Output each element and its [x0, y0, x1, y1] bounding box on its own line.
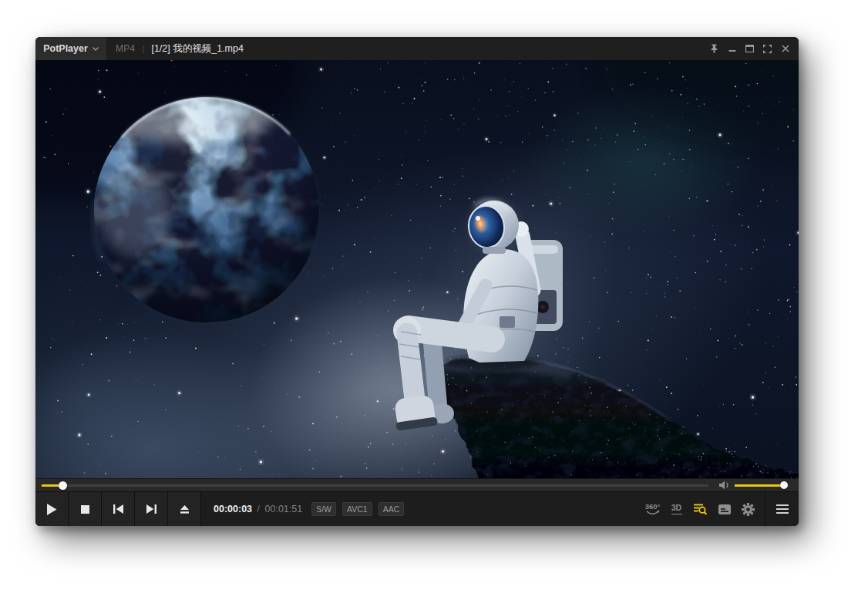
play-icon [47, 504, 57, 515]
seek-row [35, 478, 799, 491]
fullscreen-button[interactable] [759, 37, 776, 60]
video-codec-badge: AVC1 [342, 502, 372, 516]
fullscreen-icon [763, 45, 772, 53]
settings-button[interactable] [736, 492, 760, 527]
app-menu-button[interactable]: PotPlayer [35, 37, 106, 60]
hamburger-icon [776, 504, 789, 506]
view-360-label: 360° [645, 503, 661, 511]
volume-level [735, 484, 784, 487]
video-frame [35, 60, 799, 478]
seek-bar[interactable] [42, 479, 708, 492]
chevron-down-icon [93, 47, 99, 51]
next-icon [146, 504, 156, 514]
potplayer-window: PotPlayer MP4 | [1/2] 我的视频_1.mp4 [35, 37, 799, 526]
play-button[interactable] [35, 492, 69, 527]
maximize-icon [745, 45, 754, 52]
subtitle-icon [718, 504, 731, 514]
eject-button[interactable] [168, 492, 201, 527]
audio-codec-badge: AAC [378, 502, 405, 516]
app-name: PotPlayer [43, 43, 88, 54]
previous-button[interactable] [102, 492, 135, 527]
playlist-search-icon [694, 504, 707, 515]
window-controls [705, 37, 799, 60]
pin-icon [710, 44, 718, 53]
stop-icon [81, 505, 89, 514]
current-time: 00:00:03 [214, 504, 252, 514]
close-icon [782, 45, 789, 52]
view-3d-button[interactable]: 3D [664, 492, 688, 527]
seek-handle[interactable] [59, 481, 67, 490]
menu-button[interactable] [765, 492, 799, 527]
time-separator: / [257, 504, 260, 514]
minimize-icon [728, 45, 736, 52]
gear-icon [742, 503, 755, 516]
total-time: 00:01:51 [265, 504, 303, 514]
previous-icon [113, 504, 123, 514]
control-bar: 00:00:03 / 00:01:51 S/W AVC1 AAC 360° 3D [35, 491, 799, 526]
volume-icon[interactable] [719, 481, 730, 490]
desktop-background: PotPlayer MP4 | [1/2] 我的视频_1.mp4 [0, 0, 868, 597]
next-button[interactable] [135, 492, 168, 527]
playlist-search-button[interactable] [688, 492, 712, 527]
seek-track[interactable] [42, 484, 708, 487]
transport-buttons [35, 492, 201, 527]
stop-button[interactable] [69, 492, 102, 527]
title-separator: | [143, 44, 145, 53]
volume-handle[interactable] [780, 481, 788, 489]
render-mode-badge: S/W [311, 502, 336, 516]
maximize-button[interactable] [741, 37, 759, 60]
minimize-button[interactable] [723, 37, 741, 60]
view-3d-underline [671, 514, 682, 515]
rotate-arrow-icon [646, 510, 660, 515]
view-360-button[interactable]: 360° [641, 492, 664, 527]
video-area[interactable] [35, 60, 799, 478]
titlebar[interactable]: PotPlayer MP4 | [1/2] 我的视频_1.mp4 [35, 37, 799, 60]
view-3d-label: 3D [671, 504, 681, 512]
format-label: MP4 [116, 43, 136, 54]
subtitle-button[interactable] [712, 492, 736, 527]
codec-badges: S/W AVC1 AAC [311, 502, 404, 516]
pin-button[interactable] [705, 37, 723, 60]
right-controls: 360° 3D [641, 492, 760, 527]
close-button[interactable] [776, 37, 794, 60]
time-display: 00:00:03 / 00:01:51 [214, 504, 302, 514]
volume-slider[interactable] [735, 479, 789, 492]
media-title: [1/2] 我的视频_1.mp4 [151, 42, 244, 56]
eject-icon [180, 505, 189, 514]
